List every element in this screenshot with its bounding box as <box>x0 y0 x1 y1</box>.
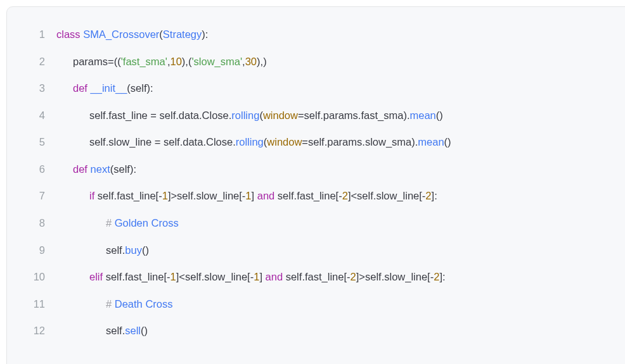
line-number: 9 <box>20 237 56 264</box>
code-token: ] <box>252 190 257 201</box>
code-token: = <box>150 110 159 121</box>
code-token: elif <box>89 271 106 282</box>
code-token: buy <box>125 244 142 256</box>
code-token: and <box>266 271 286 282</box>
code-token: self <box>89 110 106 121</box>
code-token: SMA_Crossover <box>83 28 159 40</box>
code-token: fast_line <box>108 110 150 121</box>
code-token: Death Cross <box>115 298 173 310</box>
line-number: 11 <box>20 291 56 318</box>
code-token: self <box>278 190 294 201</box>
code-token: mean <box>418 136 444 147</box>
line-number: 8 <box>20 210 56 237</box>
code-token: [- <box>336 190 342 201</box>
code-token: = <box>155 136 164 147</box>
line-number: 10 <box>20 263 56 291</box>
code-token: class <box>56 28 83 40</box>
code-token: params <box>73 56 108 67</box>
code-token: 1 <box>245 190 251 201</box>
code-token: self <box>131 82 147 94</box>
code-token: ]> <box>356 271 365 282</box>
code-token: # <box>106 217 115 229</box>
code-line: 12self.sell() <box>20 317 618 344</box>
code-token: fast_line <box>297 190 335 201</box>
code-token: next <box>91 163 110 175</box>
code-token: mean <box>410 110 436 121</box>
code-content: if self.fast_line[-1]>self.slow_line[-1]… <box>56 182 437 210</box>
code-token: ): <box>202 28 208 40</box>
code-token: self <box>357 190 373 201</box>
code-token: self <box>113 163 130 175</box>
code-token: ]: <box>432 190 437 201</box>
code-token: () <box>436 110 443 121</box>
line-number: 5 <box>20 129 56 156</box>
code-token: () <box>444 136 451 147</box>
code-token: [- <box>239 190 245 201</box>
code-token: 'fast_sma' <box>121 56 167 67</box>
code-token: self <box>106 244 122 256</box>
code-token: 1 <box>171 271 176 282</box>
code-token: [- <box>427 271 434 282</box>
code-token: # <box>106 298 115 310</box>
code-line: 8# Golden Cross <box>20 210 618 237</box>
code-token: params <box>323 110 358 121</box>
code-token: params <box>327 136 362 147</box>
code-line: 2params=(('fast_sma',10),('slow_sma',30)… <box>20 48 618 75</box>
line-number: 6 <box>20 156 56 183</box>
code-token: ]: <box>439 271 445 282</box>
code-token: def <box>73 163 91 175</box>
code-token: Golden Cross <box>115 217 179 229</box>
code-line: 7if self.fast_line[-1]>self.slow_line[-1… <box>20 182 618 210</box>
code-token: self <box>164 136 180 147</box>
code-token: ). <box>411 136 418 147</box>
code-token: self <box>160 110 176 121</box>
code-token: self <box>98 190 114 201</box>
line-number: 1 <box>20 21 56 48</box>
code-line: 6def next(self): <box>20 156 618 183</box>
code-token: 1 <box>254 271 259 282</box>
code-token: 10 <box>171 56 182 67</box>
code-token: =(( <box>108 56 121 67</box>
code-token: ] <box>259 271 265 282</box>
code-line: 1class SMA_Crossover(Strategy): <box>20 21 618 48</box>
code-content: self.slow_line = self.data.Close.rolling… <box>56 129 451 156</box>
code-token: ): <box>130 163 136 175</box>
code-token: fast_sma <box>361 110 403 121</box>
code-token: 30 <box>245 56 257 67</box>
code-token: [- <box>344 271 350 282</box>
code-token: slow_line <box>376 190 419 201</box>
code-content: # Golden Cross <box>56 210 179 237</box>
code-token: 'slow_sma' <box>191 56 242 67</box>
code-line: 4self.fast_line = self.data.Close.rollin… <box>20 102 618 129</box>
code-token: = <box>302 136 308 147</box>
code-token: [- <box>164 271 170 282</box>
code-content: # Death Cross <box>56 291 172 318</box>
code-token: self <box>106 271 122 282</box>
code-token: self <box>308 136 325 147</box>
code-token: () <box>141 325 148 336</box>
code-token: if <box>89 190 98 201</box>
code-token: rolling <box>236 136 264 147</box>
code-token: ): <box>147 82 153 94</box>
code-line: 5self.slow_line = self.data.Close.rollin… <box>20 129 618 156</box>
code-line: 3def __init__(self): <box>20 75 618 102</box>
code-content: def next(self): <box>56 156 136 183</box>
code-token: 2 <box>351 271 356 282</box>
code-token: self <box>365 271 382 282</box>
code-token: ),) <box>257 56 267 67</box>
code-token: window <box>267 136 302 147</box>
code-token: [- <box>247 271 254 282</box>
code-content: params=(('fast_sma',10),('slow_sma',30),… <box>56 48 267 75</box>
code-token: [- <box>156 190 162 201</box>
code-token: self <box>177 190 193 201</box>
code-token: 2 <box>434 271 439 282</box>
code-content: self.buy() <box>56 237 149 264</box>
code-token: slow_line <box>204 271 247 282</box>
code-content: self.fast_line = self.data.Close.rolling… <box>56 102 443 129</box>
code-line: 10elif self.fast_line[-1]<self.slow_line… <box>20 263 618 291</box>
code-token: ). <box>403 110 409 121</box>
code-token: self <box>89 136 106 147</box>
code-token: ),( <box>182 56 192 67</box>
code-token: fast_line <box>125 271 164 282</box>
code-token: slow_line <box>196 190 239 201</box>
